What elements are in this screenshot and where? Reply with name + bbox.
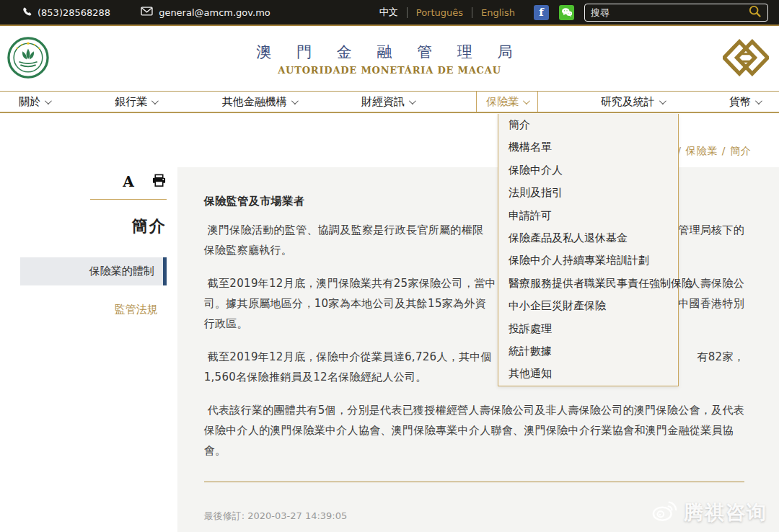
page: (853)28568288 general@amcm.gov.mo 中文 Por… <box>0 0 779 532</box>
topbar: (853)28568288 general@amcm.gov.mo 中文 Por… <box>0 0 779 26</box>
content-paragraph: 代表該行業的團體共有5個，分別是代表已獲授權經營人壽保險公司及非人壽保險公司的澳… <box>204 400 744 461</box>
chevron-down-icon <box>409 97 416 105</box>
phone-icon <box>22 6 32 19</box>
main-nav: 關於 銀行業 其他金融機構 財經資訊 保險業 <box>0 91 779 113</box>
nav-item[interactable]: 貨幣 <box>726 92 763 112</box>
dropdown-menu-item[interactable]: 簡介 <box>498 114 678 136</box>
phone-number[interactable]: (853)28568288 <box>38 7 110 18</box>
sidebar-menu-item[interactable]: 保險業的體制 <box>20 257 167 285</box>
nav-item[interactable]: 銀行業 <box>112 92 159 112</box>
sidebar-tools: A <box>90 173 167 200</box>
nav-item-label: 保險業 <box>486 95 519 109</box>
chevron-down-icon <box>151 97 159 105</box>
macau-emblem-logo <box>7 37 49 81</box>
language-link[interactable]: Português <box>407 7 472 18</box>
content-divider <box>204 482 744 482</box>
envelope-icon <box>141 6 153 18</box>
sidebar: A 簡介 保險業的體制 <box>0 167 177 532</box>
last-modified-text: 最後修訂: 2020-03-27 14:39:05 <box>204 510 744 523</box>
dropdown-menu-item[interactable]: 機構名單 <box>498 136 678 159</box>
search-icon[interactable] <box>748 4 762 21</box>
phone-contact: (853)28568288 <box>22 6 110 19</box>
topbar-right: 中文 Português English f <box>371 4 768 22</box>
dropdown-menu-item[interactable]: 法則及指引 <box>498 182 678 204</box>
email-contact: general@amcm.gov.mo <box>141 6 270 18</box>
amcm-diamond-logo <box>723 37 769 81</box>
dropdown-menu-item[interactable]: 中小企巨災財產保險 <box>498 295 678 317</box>
chevron-down-icon <box>755 97 762 105</box>
site-title-chinese: 澳 門 金 融 管 理 局 <box>256 42 522 62</box>
sidebar-menu-item-label: 監管法規 <box>115 303 158 316</box>
nav-item[interactable]: 其他金融機構 <box>219 92 299 112</box>
nav-item-label: 其他金融機構 <box>222 95 287 109</box>
sidebar-menu: 保險業的體制 監管法規 <box>20 257 167 324</box>
site-header: 澳 門 金 融 管 理 局 AUTORIDADE MONETÁRIA DE MA… <box>0 26 779 91</box>
dropdown-menu-item[interactable]: 保險中介人持續專業培訓計劃 <box>498 249 678 272</box>
sidebar-menu-item-label: 保險業的體制 <box>89 265 154 278</box>
font-size-button[interactable]: A <box>123 173 134 190</box>
wechat-icon[interactable] <box>559 5 574 20</box>
site-brand: 澳 門 金 融 管 理 局 AUTORIDADE MONETÁRIA DE MA… <box>256 42 522 76</box>
nav-item-label: 銀行業 <box>115 95 147 109</box>
dropdown-menu-item[interactable]: 投訴處理 <box>498 318 678 340</box>
nav-item-label: 研究及統計 <box>601 95 655 109</box>
insurance-dropdown-menu: 簡介 機構名單 保險中介人 法則及指引 申請許可 保險產品及私人退休基金 保險中… <box>498 114 679 386</box>
nav-item[interactable]: 保險業 <box>476 92 538 112</box>
nav-item-label: 貨幣 <box>729 95 751 109</box>
chevron-down-icon <box>523 97 530 105</box>
dropdown-menu-item[interactable]: 統計數據 <box>498 340 678 363</box>
nav-item[interactable]: 關於 <box>16 92 53 112</box>
main-content: 保險監管及市場業者 澳門保險活動的監管、協調及監察是行政長官所屬的權限管理局核下… <box>177 167 779 532</box>
dropdown-menu-item[interactable]: 保險中介人 <box>498 159 678 182</box>
facebook-icon[interactable]: f <box>534 5 549 20</box>
dropdown-menu-item[interactable]: 醫療服務提供者職業民事責任強制保險 <box>498 272 678 295</box>
sidebar-section-title: 簡介 <box>20 216 167 237</box>
search-input[interactable] <box>591 7 748 18</box>
dropdown-menu-item[interactable]: 保險產品及私人退休基金 <box>498 227 678 249</box>
language-link[interactable]: 中文 <box>371 6 407 19</box>
topbar-contacts: (853)28568288 general@amcm.gov.mo <box>22 6 270 19</box>
sidebar-menu-item[interactable]: 監管法規 <box>20 296 167 324</box>
dropdown-menu-item[interactable]: 申請許可 <box>498 205 678 227</box>
chevron-down-icon <box>659 97 666 105</box>
nav-item-label: 財經資訊 <box>361 95 405 109</box>
dropdown-menu-item[interactable]: 其他通知 <box>498 363 678 385</box>
nav-item[interactable]: 研究及統計 <box>598 92 667 112</box>
site-title-portuguese: AUTORIDADE MONETÁRIA DE MACAU <box>256 65 522 76</box>
language-switcher: 中文 Português English <box>371 6 524 19</box>
print-icon[interactable] <box>151 174 167 190</box>
search-box <box>584 4 768 22</box>
nav-item[interactable]: 財經資訊 <box>358 92 417 112</box>
nav-item-label: 關於 <box>19 95 40 109</box>
chevron-down-icon <box>45 97 52 105</box>
language-link[interactable]: English <box>472 7 524 18</box>
chevron-down-icon <box>291 97 299 105</box>
email-address[interactable]: general@amcm.gov.mo <box>159 7 270 18</box>
